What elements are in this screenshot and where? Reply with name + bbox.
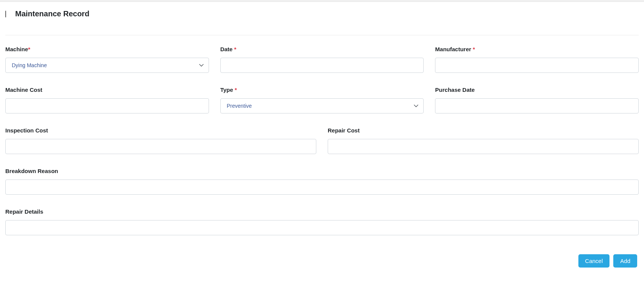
form-row-1: Machine* Dying Machine Date * Manufactur… bbox=[5, 46, 639, 73]
machine-group: Machine* Dying Machine bbox=[5, 46, 209, 73]
manufacturer-label-text: Manufacturer bbox=[435, 46, 473, 52]
purchase-date-input[interactable] bbox=[435, 98, 639, 113]
page-title: Maintenance Record bbox=[15, 9, 90, 18]
monitor-icon bbox=[5, 11, 12, 17]
type-select-wrapper: Preventive bbox=[220, 98, 424, 113]
machine-cost-input[interactable] bbox=[5, 98, 209, 113]
add-button[interactable]: Add bbox=[613, 254, 637, 268]
machine-label-text: Machine bbox=[5, 46, 28, 52]
form-row-5: Repair Details bbox=[5, 208, 639, 235]
type-select[interactable]: Preventive bbox=[220, 98, 424, 113]
manufacturer-input[interactable] bbox=[435, 58, 639, 73]
repair-cost-group: Repair Cost bbox=[328, 127, 639, 154]
date-group: Date * bbox=[220, 46, 424, 73]
footer-actions: Cancel Add bbox=[5, 254, 639, 268]
type-label: Type * bbox=[220, 87, 424, 93]
manufacturer-group: Manufacturer * bbox=[435, 46, 639, 73]
form-container: Maintenance Record Machine* Dying Machin… bbox=[0, 2, 644, 273]
date-label: Date * bbox=[220, 46, 424, 52]
required-mark: * bbox=[473, 46, 475, 52]
repair-cost-label: Repair Cost bbox=[328, 127, 639, 134]
required-mark: * bbox=[235, 87, 237, 93]
form-row-4: Breakdown Reason bbox=[5, 168, 639, 195]
inspection-cost-input[interactable] bbox=[5, 139, 316, 154]
breakdown-reason-label: Breakdown Reason bbox=[5, 168, 639, 174]
inspection-cost-group: Inspection Cost bbox=[5, 127, 316, 154]
purchase-date-group: Purchase Date bbox=[435, 87, 639, 113]
repair-details-group: Repair Details bbox=[5, 208, 639, 235]
form-row-3: Inspection Cost Repair Cost bbox=[5, 127, 639, 154]
breakdown-reason-group: Breakdown Reason bbox=[5, 168, 639, 195]
type-group: Type * Preventive bbox=[220, 87, 424, 113]
required-mark: * bbox=[234, 46, 236, 52]
breakdown-reason-input[interactable] bbox=[5, 179, 639, 195]
date-input[interactable] bbox=[220, 58, 424, 73]
page-header: Maintenance Record bbox=[5, 9, 639, 35]
machine-select[interactable]: Dying Machine bbox=[5, 58, 209, 73]
repair-details-input[interactable] bbox=[5, 220, 639, 235]
inspection-cost-label: Inspection Cost bbox=[5, 127, 316, 134]
purchase-date-label: Purchase Date bbox=[435, 87, 639, 93]
form-row-2: Machine Cost Type * Preventive Purchase … bbox=[5, 87, 639, 113]
machine-select-value: Dying Machine bbox=[12, 62, 47, 68]
date-label-text: Date bbox=[220, 46, 234, 52]
cancel-button[interactable]: Cancel bbox=[578, 254, 610, 268]
machine-label: Machine* bbox=[5, 46, 209, 52]
machine-select-wrapper: Dying Machine bbox=[5, 58, 209, 73]
repair-details-label: Repair Details bbox=[5, 208, 639, 215]
manufacturer-label: Manufacturer * bbox=[435, 46, 639, 52]
required-mark: * bbox=[28, 46, 30, 52]
type-select-value: Preventive bbox=[227, 103, 252, 109]
repair-cost-input[interactable] bbox=[328, 139, 639, 154]
machine-cost-group: Machine Cost bbox=[5, 87, 209, 113]
machine-cost-label: Machine Cost bbox=[5, 87, 209, 93]
type-label-text: Type bbox=[220, 87, 235, 93]
